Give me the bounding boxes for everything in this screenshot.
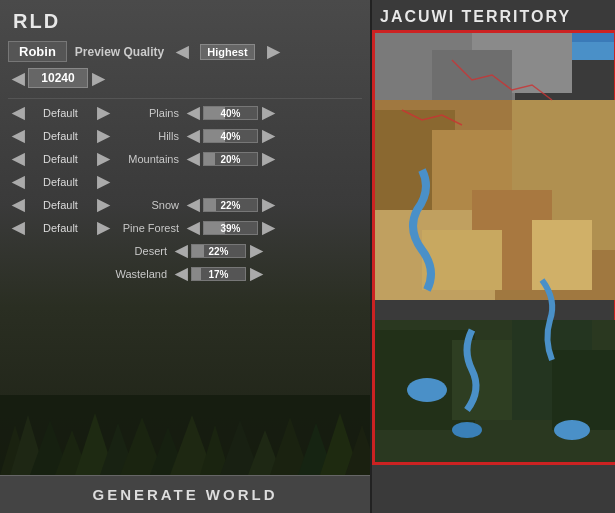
- plains-left-default-arrow[interactable]: ◀: [8, 103, 28, 122]
- hills-right-default-arrow[interactable]: ▶: [93, 126, 113, 145]
- mountains-label: Mountains: [113, 153, 183, 165]
- seed-row: ◀ 10240 ▶: [8, 68, 362, 88]
- terrain-row-hills: ◀ Default ▶ Hills ◀ 40% ▶: [8, 126, 362, 145]
- terrain-row-pine-forest: ◀ Default ▶ Pine Forest ◀ 39% ▶: [8, 218, 362, 237]
- terrain-row-plains: ◀ Default ▶ Plains ◀ 40% ▶: [8, 103, 362, 122]
- svg-rect-37: [532, 220, 592, 290]
- svg-marker-16: [345, 425, 370, 475]
- preview-quality-left-arrow[interactable]: ◀: [172, 42, 192, 61]
- hills-percent-text: 40%: [204, 131, 257, 142]
- svg-rect-20: [372, 30, 375, 465]
- default4-left-label: Default: [28, 176, 93, 188]
- preview-quality-value: Highest: [200, 44, 254, 60]
- terrain-row-mountains: ◀ Default ▶ Mountains ◀ 20% ▶: [8, 149, 362, 168]
- mountains-percent-text: 20%: [204, 154, 257, 165]
- seed-right-arrow[interactable]: ▶: [88, 69, 108, 88]
- snow-left-label: Default: [28, 199, 93, 211]
- svg-rect-0: [0, 395, 370, 475]
- svg-rect-24: [432, 50, 512, 100]
- desert-percent-left-arrow[interactable]: ◀: [171, 241, 191, 260]
- generate-btn-bar: GENERATE WORLD: [0, 475, 370, 513]
- preview-quality-right-arrow[interactable]: ▶: [263, 42, 283, 61]
- panel-title: RLD: [8, 10, 362, 33]
- svg-marker-6: [100, 423, 136, 475]
- svg-marker-10: [200, 425, 230, 475]
- plains-percent-right-arrow[interactable]: ▶: [258, 103, 278, 122]
- preview-quality-label: Preview Quality: [75, 45, 164, 59]
- svg-marker-5: [75, 413, 115, 475]
- main-container: RLD Robin Preview Quality ◀ Highest ▶ ◀ …: [0, 0, 615, 513]
- mountains-percent-left-arrow[interactable]: ◀: [183, 149, 203, 168]
- svg-marker-7: [120, 417, 164, 475]
- svg-rect-35: [552, 350, 615, 430]
- svg-marker-3: [30, 420, 70, 475]
- mountains-left-default-arrow[interactable]: ◀: [8, 149, 28, 168]
- plains-right-default-arrow[interactable]: ▶: [93, 103, 113, 122]
- plains-label: Plains: [113, 107, 183, 119]
- seed-value[interactable]: 10240: [28, 68, 88, 88]
- map-title: JACUWI TERRITORY: [372, 0, 615, 30]
- svg-marker-15: [320, 413, 360, 475]
- snow-percent-right-arrow[interactable]: ▶: [258, 195, 278, 214]
- svg-point-39: [452, 422, 482, 438]
- terrain-row-desert: Desert ◀ 22% ▶: [8, 241, 362, 260]
- world-name[interactable]: Robin: [8, 41, 67, 62]
- desert-label: Desert: [101, 245, 171, 257]
- wasteland-percent-text: 17%: [192, 269, 245, 280]
- pine-percent-left-arrow[interactable]: ◀: [183, 218, 203, 237]
- snow-right-default-arrow[interactable]: ▶: [93, 195, 113, 214]
- terrain-row-snow: ◀ Default ▶ Snow ◀ 22% ▶: [8, 195, 362, 214]
- hills-bar: 40%: [203, 129, 258, 143]
- hills-left-label: Default: [28, 130, 93, 142]
- mountains-percent-right-arrow[interactable]: ▶: [258, 149, 278, 168]
- svg-marker-4: [55, 430, 89, 475]
- pine-label: Pine Forest: [113, 222, 183, 234]
- mountains-left-label: Default: [28, 153, 93, 165]
- svg-marker-2: [10, 415, 46, 475]
- snow-label: Snow: [113, 199, 183, 211]
- wasteland-percent-left-arrow[interactable]: ◀: [171, 264, 191, 283]
- map-svg: [372, 30, 615, 465]
- svg-marker-11: [220, 420, 260, 475]
- left-panel: RLD Robin Preview Quality ◀ Highest ▶ ◀ …: [0, 0, 370, 513]
- plains-left-label: Default: [28, 107, 93, 119]
- hills-percent-left-arrow[interactable]: ◀: [183, 126, 203, 145]
- plains-percent-text: 40%: [204, 108, 257, 119]
- wasteland-percent-right-arrow[interactable]: ▶: [246, 264, 266, 283]
- world-name-row: Robin Preview Quality ◀ Highest ▶: [8, 41, 362, 62]
- snow-bar: 22%: [203, 198, 258, 212]
- plains-bar: 40%: [203, 106, 258, 120]
- desert-percent-text: 22%: [192, 246, 245, 257]
- snow-percent-left-arrow[interactable]: ◀: [183, 195, 203, 214]
- svg-rect-19: [372, 30, 615, 33]
- snow-percent-text: 22%: [204, 200, 257, 211]
- snow-left-default-arrow[interactable]: ◀: [8, 195, 28, 214]
- svg-rect-41: [372, 462, 615, 465]
- desert-percent-right-arrow[interactable]: ▶: [246, 241, 266, 260]
- default4-right-arrow[interactable]: ▶: [93, 172, 113, 191]
- separator-1: [8, 98, 362, 99]
- mountains-right-default-arrow[interactable]: ▶: [93, 149, 113, 168]
- mountains-bar: 20%: [203, 152, 258, 166]
- pine-left-label: Default: [28, 222, 93, 234]
- pine-percent-right-arrow[interactable]: ▶: [258, 218, 278, 237]
- hills-left-default-arrow[interactable]: ◀: [8, 126, 28, 145]
- seed-left-arrow[interactable]: ◀: [8, 69, 28, 88]
- plains-percent-left-arrow[interactable]: ◀: [183, 103, 203, 122]
- svg-marker-1: [0, 425, 30, 475]
- pine-left-default-arrow[interactable]: ◀: [8, 218, 28, 237]
- wasteland-bar: 17%: [191, 267, 246, 281]
- treeline-decoration: [0, 395, 370, 475]
- svg-marker-14: [298, 423, 334, 475]
- svg-marker-12: [248, 430, 282, 475]
- pine-bar: 39%: [203, 221, 258, 235]
- svg-point-38: [407, 378, 447, 402]
- generate-world-button[interactable]: GENERATE WORLD: [62, 480, 307, 509]
- desert-bar: 22%: [191, 244, 246, 258]
- hills-percent-right-arrow[interactable]: ▶: [258, 126, 278, 145]
- terrain-row-default-only: ◀ Default ▶: [8, 172, 362, 191]
- default4-left-arrow[interactable]: ◀: [8, 172, 28, 191]
- map-container: [372, 30, 615, 505]
- pine-right-default-arrow[interactable]: ▶: [93, 218, 113, 237]
- svg-point-40: [554, 420, 590, 440]
